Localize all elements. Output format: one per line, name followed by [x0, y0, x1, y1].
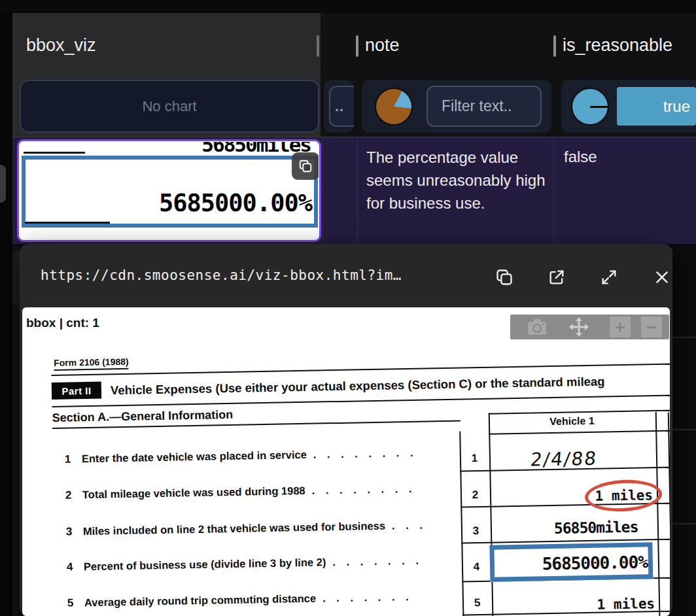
column-resize-handle[interactable] [317, 35, 319, 57]
cell-divider [357, 137, 358, 245]
scan-line-fragment [24, 152, 85, 154]
bbox-viewer-panel: bbox | cnt: 1 + − Form 21 [22, 307, 670, 616]
note-pie-chart-icon[interactable] [376, 89, 411, 124]
is-reasonable-pie-chart-icon[interactable] [572, 89, 608, 124]
scanned-form-image: Form 2106 (1988) Part II Vehicle Expense… [51, 345, 670, 616]
close-modal-button[interactable] [652, 267, 672, 288]
form-line-3: 3Miles included on line 2 that vehicle w… [66, 519, 426, 539]
camera-icon [527, 318, 547, 335]
bbox-viz-cell-selected[interactable]: 56850miles 5685000.00% [17, 139, 321, 242]
column-header-bbox-viz[interactable]: bbox_viz [26, 35, 96, 56]
background-next-row [12, 247, 20, 616]
row-number: 1 [460, 452, 489, 466]
pan-button[interactable] [568, 317, 590, 337]
viewer-toolbar: + − [510, 315, 669, 339]
bbox-viz-thumbnail[interactable]: 56850miles 5685000.00% [20, 142, 319, 239]
form-part-label: Part II [52, 382, 101, 400]
note-filter-input[interactable]: Filter text.. [426, 86, 542, 127]
form-line-1: 1Enter the date vehicle was placed in se… [65, 447, 417, 466]
form-rule [52, 364, 670, 376]
form-grid-line [489, 413, 494, 616]
external-link-icon [548, 268, 566, 286]
scan-line-fragment [25, 222, 110, 224]
cell-divider [553, 137, 554, 245]
copy-url-button[interactable] [494, 267, 515, 288]
close-icon [653, 269, 670, 286]
copy-cell-button[interactable] [292, 152, 319, 180]
thumbnail-bbox-value: 5685000.00% [159, 189, 312, 217]
form-value-commute-distance: 1 miles [579, 596, 655, 613]
form-part-heading: Vehicle Expenses (Use either your actual… [111, 374, 605, 398]
is-reasonable-filter-cell: true [561, 80, 696, 133]
copy-icon [298, 159, 313, 173]
top-strip [0, 0, 696, 13]
form-line-2: 2Total mileage vehicle was used during 1… [65, 483, 416, 502]
row-number: 5 [462, 596, 492, 610]
background-row-divider [672, 337, 696, 338]
column-header-note[interactable]: note [365, 35, 400, 56]
bbox-viz-modal: https://cdn.smoosense.ai/viz-bbox.html?i… [20, 244, 672, 616]
prev-column-edge [0, 165, 6, 203]
is-reasonable-cell[interactable]: false [564, 148, 597, 166]
form-line-5: 5Average daily round trip commuting dist… [67, 590, 413, 610]
viewer-title: bbox | cnt: 1 [26, 316, 99, 330]
move-icon [568, 317, 589, 337]
form-title: Form 2106 (1988) [54, 356, 129, 371]
zoom-in-button[interactable]: + [610, 317, 631, 337]
modal-url: https://cdn.smoosense.ai/viz-bbox.html?i… [41, 267, 402, 283]
expand-icon [600, 268, 618, 286]
row-number: 3 [461, 524, 491, 538]
cell-divider [322, 137, 322, 245]
is-reasonable-true-filter-button[interactable]: true [617, 87, 696, 126]
note-filter-cell: Filter text.. [362, 80, 551, 133]
bbox-viz-chart-placeholder: No chart [20, 80, 319, 133]
table-row: 56850miles 5685000.00% The percentage va… [12, 137, 696, 244]
note-cell[interactable]: The percentage value seems unreasonably … [366, 146, 553, 214]
truncated-filter-input[interactable]: .. [329, 86, 354, 127]
snapshot-button[interactable] [526, 317, 548, 337]
form-value-business-miles: 56850miles [554, 519, 638, 537]
form-grid-line [655, 412, 661, 616]
form-value-date: 2/4/88 [529, 448, 599, 471]
vehicle-column-header: Vehicle 1 [489, 414, 655, 429]
truncated-filter-cell[interactable]: .. [324, 80, 354, 133]
background-row-divider [672, 429, 696, 430]
column-resize-handle[interactable] [356, 35, 358, 57]
background-row-divider [672, 523, 696, 524]
form-section-heading: Section A.—General Information [52, 408, 234, 425]
column-header-is-reasonable[interactable]: is_reasonable [563, 35, 672, 56]
open-external-button[interactable] [546, 267, 567, 288]
row-number: 2 [461, 488, 490, 502]
form-grid-line [668, 413, 670, 616]
left-strip [0, 13, 12, 616]
zoom-out-button[interactable]: − [641, 317, 662, 337]
copy-icon [495, 268, 513, 286]
expand-modal-button[interactable] [599, 267, 619, 288]
form-value-total-mileage: 1 miles [577, 487, 653, 504]
column-resize-handle[interactable] [553, 35, 556, 57]
row-number: 4 [462, 560, 491, 574]
form-rule [489, 430, 670, 435]
form-value-percent: 5685000.00% [506, 552, 648, 574]
form-line-4: 4Percent of business use (divide line 3 … [67, 555, 423, 574]
